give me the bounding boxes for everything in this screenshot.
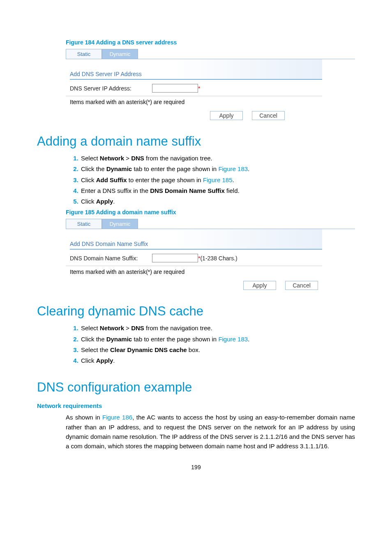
input-dns-ip[interactable] (152, 84, 198, 93)
link-figure-183[interactable]: Figure 183 (218, 336, 248, 343)
list-item: Click the Dynamic tab to enter the page … (80, 334, 355, 345)
steps-clear-dns-cache: Select Network > DNS from the navigation… (66, 323, 355, 366)
heading-clear-dns-cache: Clearing dynamic DNS cache (37, 304, 355, 319)
link-figure-185[interactable]: Figure 185 (203, 176, 233, 183)
link-figure-183[interactable]: Figure 183 (218, 165, 248, 172)
list-item: Enter a DNS suffix in the DNS Domain Nam… (80, 185, 355, 196)
link-figure-186[interactable]: Figure 186 (102, 414, 132, 421)
hint-chars: (1-238 Chars.) (200, 255, 237, 262)
tabs: Static Dynamic (66, 219, 355, 229)
apply-button[interactable]: Apply (210, 111, 243, 120)
list-item: Click the Dynamic tab to enter the page … (80, 164, 355, 174)
tab-dynamic[interactable]: Dynamic (102, 49, 138, 59)
cancel-button[interactable]: Cancel (285, 281, 318, 290)
heading-dns-config-example: DNS configuration example (37, 380, 355, 395)
list-item: Click Apply. (80, 355, 355, 366)
tab-static[interactable]: Static (66, 219, 102, 229)
tab-static[interactable]: Static (66, 49, 102, 59)
steps-add-domain-suffix: Select Network > DNS from the navigation… (66, 153, 355, 207)
list-item: Click Apply. (80, 196, 355, 207)
heading-add-domain-suffix: Adding a domain name suffix (37, 134, 355, 149)
section-header-dns-suffix: Add DNS Domain Name Suffix (70, 229, 322, 250)
apply-button[interactable]: Apply (243, 281, 276, 290)
label-dns-ip: DNS Server IP Address: (70, 85, 152, 92)
subheading-network-requirements: Network requirements (37, 402, 355, 409)
page-number: 199 (37, 464, 355, 470)
section-header-dns-ip: Add DNS Server IP Address (70, 59, 322, 80)
figure-184-caption: Figure 184 Adding a DNS server address (66, 39, 355, 46)
label-dns-suffix: DNS Domain Name Suffix: (70, 255, 152, 262)
list-item: Select the Clear Dynamic DNS cache box. (80, 345, 355, 355)
tab-dynamic[interactable]: Dynamic (102, 219, 138, 229)
tabs: Static Dynamic (66, 49, 355, 59)
list-item: Select Network > DNS from the navigation… (80, 323, 355, 334)
form-row-dns-suffix: DNS Domain Name Suffix: * (1-238 Chars.) (66, 250, 355, 262)
figure-184-panel: Static Dynamic Add DNS Server IP Address… (66, 49, 355, 120)
list-item: Select Network > DNS from the navigation… (80, 153, 355, 164)
figure-185-panel: Static Dynamic Add DNS Domain Name Suffi… (66, 219, 355, 290)
body-text: As shown in Figure 186, the AC wants to … (66, 412, 355, 451)
info-required: Items marked with an asterisk(*) are req… (66, 266, 322, 275)
form-row-dns-ip: DNS Server IP Address: * (66, 80, 355, 93)
figure-185-caption: Figure 185 Adding a domain name suffix (66, 209, 355, 216)
asterisk: * (198, 85, 200, 92)
cancel-button[interactable]: Cancel (252, 111, 285, 120)
input-dns-suffix[interactable] (152, 254, 198, 262)
list-item: Click Add Suffix to enter the page shown… (80, 175, 355, 185)
info-required: Items marked with an asterisk(*) are req… (66, 96, 322, 105)
